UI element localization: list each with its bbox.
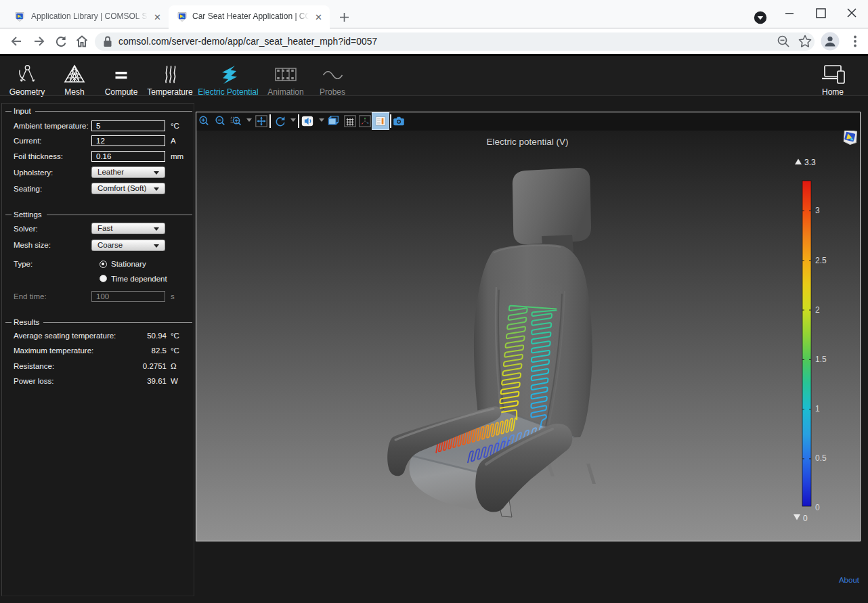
svg-text:0: 0: [815, 503, 820, 512]
svg-text:Electric potential (V): Electric potential (V): [487, 137, 569, 147]
svg-text:2.5: 2.5: [815, 256, 827, 265]
svg-text:3: 3: [815, 206, 820, 215]
svg-text:1: 1: [815, 404, 820, 414]
svg-text:2: 2: [815, 305, 820, 315]
svg-text:0: 0: [803, 514, 808, 523]
svg-text:0.5: 0.5: [815, 453, 827, 463]
svg-text:1.5: 1.5: [815, 355, 827, 364]
svg-text:3.3: 3.3: [804, 158, 816, 167]
